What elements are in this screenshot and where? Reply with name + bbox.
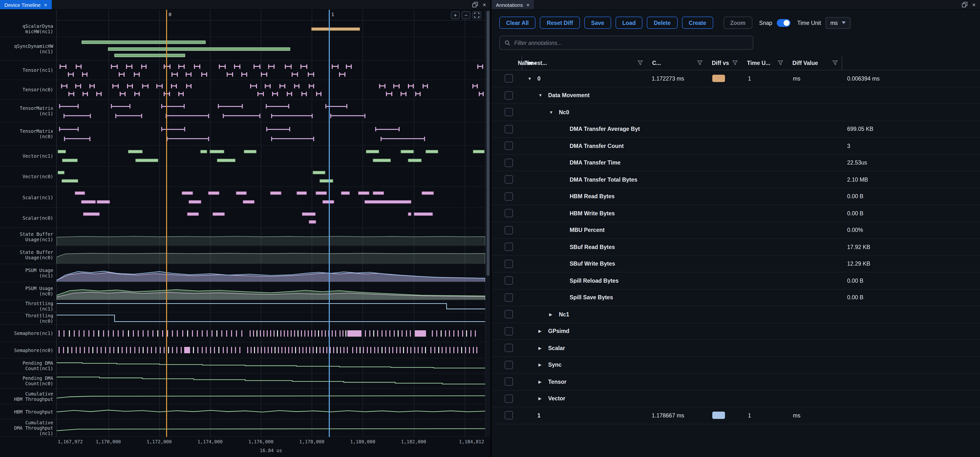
timeline-ibeam-span[interactable] xyxy=(112,84,119,88)
timeline-ibeam-span[interactable] xyxy=(331,114,366,118)
timeline-ibeam-span[interactable] xyxy=(96,92,102,96)
column-header-timest-[interactable]: Timest... xyxy=(519,56,647,70)
timeline-ibeam-span[interactable] xyxy=(265,84,271,88)
timeline-span[interactable] xyxy=(270,192,281,195)
filter-annotations-box[interactable] xyxy=(499,36,753,50)
track-row-tensormatrix-nc1[interactable] xyxy=(57,100,485,122)
timeline-span[interactable] xyxy=(208,192,220,195)
timeline-span[interactable] xyxy=(210,150,224,154)
table-row-dma-transfer-count[interactable]: DMA Transfer Count3 xyxy=(492,138,980,154)
timeline-span[interactable] xyxy=(302,213,315,216)
timeline-ibeam-span[interactable] xyxy=(261,72,267,76)
row-checkbox[interactable] xyxy=(505,226,513,234)
timeline-ibeam-span[interactable] xyxy=(223,114,260,118)
table-row-data-movement[interactable]: ▼Data Movement xyxy=(492,87,980,104)
timeline-ibeam-span[interactable] xyxy=(111,104,130,109)
table-row-gpsimd[interactable]: ▶GPsimd xyxy=(492,323,980,340)
row-checkbox[interactable] xyxy=(505,310,513,319)
timeline-ibeam-span[interactable] xyxy=(59,127,79,132)
timeline-ibeam-span[interactable] xyxy=(89,84,95,88)
timeline-ibeam-span[interactable] xyxy=(157,84,163,88)
timeline-span[interactable] xyxy=(311,27,360,30)
timeline-span[interactable] xyxy=(322,200,334,204)
table-row-spill-reload-bytes[interactable]: Spill Reload Bytes0.00 B xyxy=(492,273,980,289)
timeline-ruler[interactable]: 01 xyxy=(57,10,485,21)
collapse-icon[interactable]: ▼ xyxy=(538,93,548,98)
timeline-ibeam-span[interactable] xyxy=(75,84,81,88)
table-row-vector[interactable]: ▶Vector xyxy=(492,390,980,407)
timeline-span[interactable] xyxy=(296,192,307,195)
timeline-span[interactable] xyxy=(373,192,384,195)
timeline-ibeam-span[interactable] xyxy=(415,92,421,96)
scrollbar-thumb[interactable] xyxy=(487,11,490,276)
timeline-ibeam-span[interactable] xyxy=(272,92,278,96)
track-row-hbm-throughput[interactable] xyxy=(57,404,485,419)
timeline-span[interactable] xyxy=(81,200,96,204)
collapse-icon[interactable]: ▼ xyxy=(549,110,559,115)
table-row-sync[interactable]: ▶Sync xyxy=(492,357,980,373)
timeline-span[interactable] xyxy=(364,200,411,204)
track-row-psum-usage-nc1[interactable] xyxy=(57,264,485,282)
row-checkbox[interactable] xyxy=(505,243,513,251)
track-row-psum-usage-nc0[interactable] xyxy=(57,282,485,300)
timeline-scrollbar[interactable] xyxy=(485,10,490,437)
timeline-ibeam-span[interactable] xyxy=(393,84,399,88)
filter-funnel-icon[interactable] xyxy=(697,60,703,65)
timeline-span[interactable] xyxy=(97,200,110,204)
timeline-span[interactable] xyxy=(320,179,333,182)
timeline-ibeam-span[interactable] xyxy=(142,84,148,88)
timeline-ibeam-span[interactable] xyxy=(332,64,339,68)
timeline-span[interactable] xyxy=(128,150,143,154)
close-icon[interactable]: × xyxy=(44,2,47,8)
table-row-hbm-read-bytes[interactable]: HBM Read Bytes0.00 B xyxy=(492,188,980,205)
timeline-ibeam-span[interactable] xyxy=(271,137,314,141)
track-row-vector-nc1[interactable] xyxy=(57,146,485,167)
timeline-ibeam-span[interactable] xyxy=(171,84,177,88)
column-header-time-u-[interactable]: Time U... xyxy=(741,56,787,70)
column-header-diff-value[interactable]: Diff Value xyxy=(787,56,842,70)
track-row-vector-nc0[interactable] xyxy=(57,167,485,187)
timeline-ibeam-span[interactable] xyxy=(287,92,293,96)
timeline-ibeam-span[interactable] xyxy=(134,92,140,96)
timeline-ibeam-span[interactable] xyxy=(64,114,91,118)
timeline-ibeam-span[interactable] xyxy=(227,72,233,76)
track-row-qsyncdynamichw-nc1[interactable] xyxy=(57,37,485,60)
table-row-nc1[interactable]: ▶Nc1 xyxy=(492,306,980,323)
column-header-diff-vs[interactable]: Diff vs xyxy=(706,56,741,70)
create-button[interactable]: Create xyxy=(682,17,713,29)
timeline-span[interactable] xyxy=(81,41,206,44)
row-checkbox[interactable] xyxy=(505,411,513,420)
filter-funnel-icon[interactable] xyxy=(638,60,643,65)
timeline-ibeam-span[interactable] xyxy=(477,64,484,68)
timeline-ibeam-span[interactable] xyxy=(301,64,307,68)
clear-all-button[interactable]: Clear All xyxy=(499,17,535,29)
table-row-dma-transfer-average-byt[interactable]: DMA Transfer Average Byt699.05 KB xyxy=(492,121,980,138)
timeline-ibeam-span[interactable] xyxy=(309,84,314,88)
timeline-ibeam-span[interactable] xyxy=(111,64,118,68)
timeline-ibeam-span[interactable] xyxy=(479,92,484,96)
table-row-scalar[interactable]: ▶Scalar xyxy=(492,340,980,357)
timeline-ibeam-span[interactable] xyxy=(82,72,88,76)
table-row-dma-transfer-total-bytes[interactable]: DMA Transfer Total Bytes2.10 MB xyxy=(492,171,980,188)
expand-icon[interactable]: ▶ xyxy=(538,396,548,401)
timeline-ibeam-span[interactable] xyxy=(292,72,298,76)
table-row-hbm-write-bytes[interactable]: HBM Write Bytes0.00 B xyxy=(492,205,980,222)
load-button[interactable]: Load xyxy=(616,17,643,29)
timeline-ibeam-span[interactable] xyxy=(186,84,192,88)
timeline-span[interactable] xyxy=(408,213,411,216)
track-row-pending-dma-count-nc1[interactable] xyxy=(57,359,485,373)
timeline-ibeam-span[interactable] xyxy=(386,92,392,96)
table-row-tensor[interactable]: ▶Tensor xyxy=(492,373,980,390)
timeline-ibeam-span[interactable] xyxy=(219,64,226,68)
expand-icon[interactable]: ▶ xyxy=(538,346,548,351)
table-row-0[interactable]: ▼01.172273 ms1ms0.006394 ms xyxy=(492,70,980,87)
timeline-plot[interactable]: 01 + − xyxy=(57,10,485,437)
expand-icon[interactable]: ▶ xyxy=(538,379,548,384)
timeline-ibeam-span[interactable] xyxy=(68,72,74,76)
timeline-ibeam-span[interactable] xyxy=(325,104,348,109)
timeline-ibeam-span[interactable] xyxy=(64,137,91,141)
timeline-span[interactable] xyxy=(200,150,207,154)
timeline-ibeam-span[interactable] xyxy=(253,64,260,68)
timeline-ibeam-span[interactable] xyxy=(423,84,428,88)
timeline-ibeam-span[interactable] xyxy=(134,72,140,76)
